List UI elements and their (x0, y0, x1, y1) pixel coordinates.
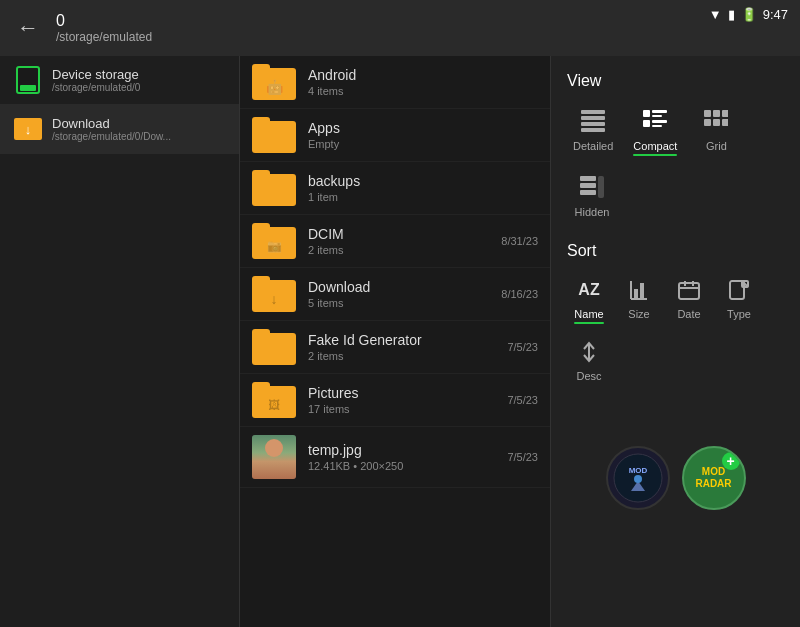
wifi-icon: ▼ (709, 7, 722, 22)
file-name-apps: Apps (308, 120, 526, 136)
view-option-hidden[interactable]: Hidden (567, 168, 617, 222)
list-item[interactable]: Apps Empty (240, 109, 550, 162)
view-option-compact[interactable]: Compact (627, 102, 683, 160)
back-button[interactable]: ← (12, 15, 44, 41)
view-option-grid[interactable]: Grid (691, 102, 741, 160)
svg-text:MOD: MOD (628, 466, 647, 475)
folder-icon-pictures: 🖼 (252, 382, 296, 418)
sort-options: AZ Name Size (567, 272, 784, 386)
mod-badge: MOD (606, 446, 670, 510)
list-item[interactable]: 🖼 Pictures 17 items 7/5/23 (240, 374, 550, 427)
file-name-fakeid: Fake Id Generator (308, 332, 495, 348)
svg-rect-12 (722, 110, 728, 117)
header: ← 0 /storage/emulated (0, 0, 800, 56)
svg-rect-19 (580, 190, 596, 195)
main-container: Device storage /storage/emulated/0 Downl… (0, 56, 800, 627)
file-date-fakeid: 7/5/23 (507, 341, 538, 353)
status-bar: ▼ ▮ 🔋 9:47 (709, 0, 800, 28)
detailed-label: Detailed (573, 140, 613, 152)
file-info-android: Android 4 items (308, 67, 526, 97)
hidden-label: Hidden (575, 206, 610, 218)
svg-rect-14 (713, 119, 720, 126)
svg-rect-7 (643, 120, 650, 127)
file-info-fakeid: Fake Id Generator 2 items (308, 332, 495, 362)
file-meta-pictures: 17 items (308, 403, 495, 415)
file-name-pictures: Pictures (308, 385, 495, 401)
svg-rect-15 (722, 119, 728, 126)
sidebar-item-download[interactable]: Download /storage/emulated/0/Dow... (0, 105, 239, 154)
sort-desc-label: Desc (576, 370, 601, 382)
svg-rect-0 (581, 110, 605, 114)
sidebar-item-device-storage-name: Device storage (52, 67, 140, 82)
file-name-tempjpg: temp.jpg (308, 442, 495, 458)
sort-option-name[interactable]: AZ Name (567, 272, 611, 328)
file-list: 🤖 Android 4 items Apps Empty (240, 56, 550, 627)
pictures-inner-icon: 🖼 (268, 398, 280, 412)
file-name-android: Android (308, 67, 526, 83)
folder-icon-download: ↓ (252, 276, 296, 312)
sort-desc-icon (573, 338, 605, 366)
folder-icon-fakeid (252, 329, 296, 365)
file-info-apps: Apps Empty (308, 120, 526, 150)
sort-name-label: Name (574, 308, 603, 324)
sim-icon: ▮ (728, 7, 735, 22)
sort-option-size[interactable]: Size (617, 272, 661, 328)
sidebar-item-device-storage[interactable]: Device storage /storage/emulated/0 (0, 56, 239, 105)
file-meta-android: 4 items (308, 85, 526, 97)
file-date-pictures: 7/5/23 (507, 394, 538, 406)
svg-rect-2 (581, 122, 605, 126)
device-storage-icon (14, 66, 42, 94)
folder-icon-android: 🤖 (252, 64, 296, 100)
sort-size-icon (623, 276, 655, 304)
list-item[interactable]: backups 1 item (240, 162, 550, 215)
svg-rect-3 (581, 128, 605, 132)
list-item[interactable]: ↓ Download 5 items 8/16/23 (240, 268, 550, 321)
svg-rect-11 (713, 110, 720, 117)
compact-icon (637, 106, 673, 136)
android-inner-icon: 🤖 (266, 79, 283, 95)
file-meta-backups: 1 item (308, 191, 526, 203)
svg-rect-18 (580, 183, 596, 188)
svg-rect-17 (580, 176, 596, 181)
file-date-download: 8/16/23 (501, 288, 538, 300)
svg-rect-23 (640, 283, 644, 299)
svg-rect-1 (581, 116, 605, 120)
sort-type-label: Type (727, 308, 751, 320)
sort-date-label: Date (677, 308, 700, 320)
time-display: 9:47 (763, 7, 788, 22)
list-item[interactable]: 🤖 Android 4 items (240, 56, 550, 109)
view-option-detailed[interactable]: Detailed (567, 102, 619, 160)
svg-rect-4 (643, 110, 650, 117)
view-options: Detailed Compact (567, 102, 784, 222)
sidebar-item-download-name: Download (52, 116, 171, 131)
header-info: 0 /storage/emulated (56, 12, 152, 44)
sort-date-icon (673, 276, 705, 304)
list-item[interactable]: Fake Id Generator 2 items 7/5/23 (240, 321, 550, 374)
file-name-download: Download (308, 279, 489, 295)
download-inner-icon: ↓ (271, 291, 278, 307)
file-name-dcim: DCIM (308, 226, 489, 242)
file-meta-tempjpg: 12.41KB • 200×250 (308, 460, 495, 472)
file-date-tempjpg: 7/5/23 (507, 451, 538, 463)
file-meta-apps: Empty (308, 138, 526, 150)
svg-point-31 (614, 454, 662, 502)
list-item[interactable]: temp.jpg 12.41KB • 200×250 7/5/23 (240, 427, 550, 488)
list-item[interactable]: 📷 DCIM 2 items 8/31/23 (240, 215, 550, 268)
hidden-icon (574, 172, 610, 202)
header-path: /storage/emulated (56, 30, 152, 44)
svg-rect-24 (679, 283, 699, 299)
svg-rect-22 (634, 289, 638, 299)
sort-option-date[interactable]: Date (667, 272, 711, 328)
sort-option-desc[interactable]: Desc (567, 334, 611, 386)
sidebar: Device storage /storage/emulated/0 Downl… (0, 56, 240, 627)
svg-rect-8 (652, 120, 667, 123)
file-info-backups: backups 1 item (308, 173, 526, 203)
svg-rect-10 (704, 110, 711, 117)
folder-icon-backups (252, 170, 296, 206)
file-name-backups: backups (308, 173, 526, 189)
sidebar-item-download-text: Download /storage/emulated/0/Dow... (52, 116, 171, 142)
sidebar-item-download-path: /storage/emulated/0/Dow... (52, 131, 171, 142)
file-date-dcim: 8/31/23 (501, 235, 538, 247)
sort-option-type[interactable]: Type (717, 272, 761, 328)
image-thumbnail-tempjpg (252, 435, 296, 479)
